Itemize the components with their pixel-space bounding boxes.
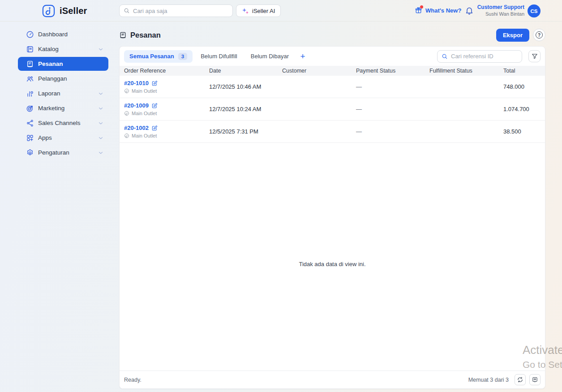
outlet-icon	[124, 88, 129, 94]
sidebar-item-label: Katalog	[38, 46, 59, 52]
whats-new-link[interactable]: What's New?	[415, 6, 461, 14]
filter-icon	[531, 53, 538, 60]
customers-icon	[26, 75, 34, 83]
order-reference-link[interactable]: #20-1002	[124, 125, 149, 131]
account-name: Customer Support	[477, 4, 524, 10]
notification-dot	[420, 5, 423, 9]
marketing-icon	[26, 104, 34, 112]
chevron-down-icon	[98, 46, 104, 52]
top-bar: iSeller iSeller AI What's New?	[0, 0, 562, 22]
global-search-input[interactable]	[133, 8, 228, 14]
app-logo-text: iSeller	[60, 6, 87, 16]
sidebar-item-label: Dashboard	[38, 31, 68, 38]
sidebar-item-pengaturan[interactable]: Pengaturan	[18, 146, 108, 159]
account-store: Sushi Wan Bintan	[477, 11, 524, 17]
sidebar-item-laporan[interactable]: Laporan	[18, 86, 108, 100]
search-icon	[442, 53, 448, 60]
column-header[interactable]: Payment Status	[356, 68, 429, 74]
payment-status: —	[356, 83, 429, 90]
status-bar: Ready. Memuat 3 dari 3	[120, 370, 545, 388]
empty-state-message: Tidak ada data di view ini.	[120, 261, 545, 267]
order-date: 12/7/2025 10:24 AM	[209, 106, 282, 112]
iseller-ai-button[interactable]: iSeller AI	[236, 4, 281, 17]
outlet-name: Main Outlet	[132, 111, 157, 116]
sales-channels-icon	[26, 119, 34, 127]
outlet-icon	[124, 133, 129, 138]
sparkles-icon	[242, 8, 249, 14]
search-icon	[124, 8, 130, 14]
sidebar-item-katalog[interactable]: Katalog	[18, 42, 108, 56]
order-date: 12/5/2025 7:31 PM	[209, 128, 282, 135]
outlet-icon	[124, 111, 129, 116]
log-button[interactable]	[529, 374, 541, 385]
sidebar-item-label: Sales Channels	[38, 120, 81, 126]
sidebar-item-label: Apps	[38, 134, 52, 141]
table-header: Order Reference Date Customer Payment St…	[120, 66, 545, 76]
payment-status: —	[356, 106, 429, 112]
sidebar-item-dashboard[interactable]: Dashboard	[18, 27, 108, 41]
settings-icon	[26, 149, 34, 157]
status-text: Ready.	[124, 377, 142, 383]
apps-icon	[26, 134, 34, 142]
export-button[interactable]: Ekspor	[496, 29, 529, 42]
app-logo[interactable]: iSeller	[42, 4, 87, 17]
tab-label: Semua Pesanan	[129, 53, 174, 60]
orders-panel: Semua Pesanan 3 Belum Difullfill Belum D…	[119, 46, 545, 389]
edit-icon[interactable]	[151, 125, 158, 131]
sidebar: Dashboard Katalog Pesanan Pelanggan	[0, 22, 116, 160]
refresh-button[interactable]	[515, 374, 526, 385]
orders-page-icon	[119, 31, 127, 39]
sidebar-item-marketing[interactable]: Marketing	[18, 101, 108, 115]
bell-icon[interactable]	[465, 6, 474, 15]
order-total: 38.500	[503, 128, 545, 135]
account-menu[interactable]: Customer Support Sushi Wan Bintan	[477, 4, 524, 17]
sidebar-item-label: Pesanan	[38, 60, 63, 67]
payment-status: —	[356, 128, 429, 135]
order-reference-link[interactable]: #20-1009	[124, 102, 149, 109]
table-row[interactable]: #20-1002 Main Outlet 12/5/2025 7:31 PM —…	[120, 121, 545, 143]
tab-belum-difullfill[interactable]: Belum Difullfill	[195, 50, 243, 63]
iseller-logo-icon	[42, 4, 55, 17]
tab-count-badge: 3	[178, 53, 187, 60]
tab-semua-pesanan[interactable]: Semua Pesanan 3	[124, 50, 193, 63]
column-header[interactable]: Fulfillment Status	[429, 68, 503, 74]
chevron-down-icon	[98, 105, 104, 112]
tab-belum-dibayar[interactable]: Belum Dibayar	[245, 50, 294, 63]
table-row[interactable]: #20-1009 Main Outlet 12/7/2025 10:24 AM …	[120, 98, 545, 121]
global-search	[119, 4, 233, 17]
sidebar-item-label: Pengaturan	[38, 149, 69, 156]
column-header[interactable]: Customer	[282, 68, 356, 74]
log-icon	[532, 376, 538, 383]
orders-icon	[26, 60, 34, 68]
sidebar-item-pesanan[interactable]: Pesanan	[18, 57, 108, 71]
order-reference-link[interactable]: #20-1010	[124, 80, 149, 86]
reference-search-input[interactable]	[451, 53, 518, 60]
avatar[interactable]: CS	[528, 4, 541, 17]
page-title: Pesanan	[130, 31, 161, 39]
order-total: 1.074.700	[503, 106, 545, 112]
dashboard-icon	[26, 30, 34, 39]
whats-new-label: What's New?	[425, 7, 461, 14]
order-date: 12/7/2025 10:46 AM	[209, 83, 282, 90]
column-header[interactable]: Order Reference	[124, 68, 209, 74]
sidebar-item-label: Laporan	[38, 90, 60, 97]
table-row[interactable]: #20-1010 Main Outlet 12/7/2025 10:46 AM …	[120, 76, 545, 98]
sidebar-item-sales-channels[interactable]: Sales Channels	[18, 116, 108, 130]
column-header[interactable]: Date	[209, 68, 282, 74]
question-icon: ?	[536, 31, 543, 39]
outlet-name: Main Outlet	[132, 133, 157, 138]
tabs-row: Semua Pesanan 3 Belum Difullfill Belum D…	[120, 47, 545, 66]
sidebar-item-label: Pelanggan	[38, 75, 67, 82]
outlet-name: Main Outlet	[132, 88, 157, 94]
iseller-ai-label: iSeller AI	[252, 8, 275, 14]
help-button[interactable]: ?	[533, 29, 545, 41]
refresh-icon	[517, 376, 523, 383]
sidebar-item-apps[interactable]: Apps	[18, 131, 108, 145]
add-view-button[interactable]: +	[297, 51, 309, 62]
edit-icon[interactable]	[151, 103, 158, 109]
tab-label: Belum Difullfill	[201, 53, 237, 60]
filter-button[interactable]	[528, 50, 541, 62]
edit-icon[interactable]	[151, 80, 158, 86]
column-header[interactable]: Total	[503, 68, 545, 74]
sidebar-item-pelanggan[interactable]: Pelanggan	[18, 72, 108, 86]
